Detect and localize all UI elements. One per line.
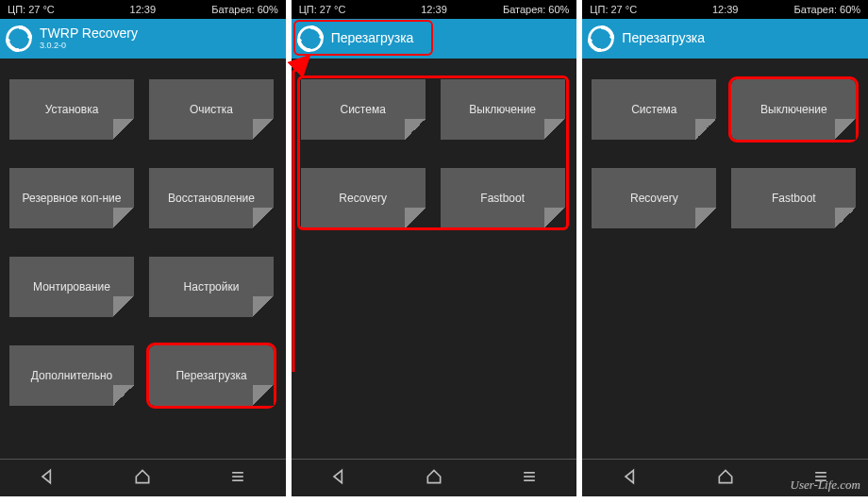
tile-settings[interactable]: Настройки <box>149 257 274 317</box>
status-cpu: ЦП: 27 °C <box>8 4 98 15</box>
tile-power-off[interactable]: Выключение <box>731 79 856 140</box>
tile-wipe[interactable]: Очистка <box>149 79 274 140</box>
tile-recovery[interactable]: Recovery <box>301 168 426 228</box>
status-battery: Батарея: 60% <box>188 4 278 15</box>
twrp-logo-icon <box>588 25 614 52</box>
twrp-logo-icon <box>297 25 324 52</box>
menu-icon[interactable] <box>520 467 539 490</box>
watermark: User-Life.com <box>791 478 860 493</box>
tile-fastboot[interactable]: Fastboot <box>441 168 565 228</box>
menu-icon[interactable] <box>228 467 247 490</box>
back-icon[interactable] <box>621 467 640 490</box>
screen-3: ЦП: 27 °C 12:39 Батарея: 60% Перезагрузк… <box>582 0 868 496</box>
home-icon[interactable] <box>716 467 735 490</box>
tile-install[interactable]: Установка <box>9 79 134 140</box>
home-icon[interactable] <box>425 467 443 490</box>
status-time: 12:39 <box>98 4 189 15</box>
tile-advanced[interactable]: Дополнительно <box>9 345 134 406</box>
header-title: TWRP Recovery <box>40 26 138 41</box>
nav-bar <box>292 459 577 496</box>
header-version: 3.0.2-0 <box>40 42 138 51</box>
screen-1: ЦП: 27 °C 12:39 Батарея: 60% TWRP Recove… <box>0 0 286 496</box>
status-bar: ЦП: 27 °C 12:39 Батарея: 60% <box>582 0 868 19</box>
home-icon[interactable] <box>133 467 152 490</box>
menu-grid: Установка Очистка Резервное коп-ние Восс… <box>0 59 286 406</box>
header: TWRP Recovery 3.0.2-0 <box>0 19 286 59</box>
tile-restore[interactable]: Восстановление <box>149 168 274 228</box>
status-bar: ЦП: 27 °C 12:39 Батарея: 60% <box>0 0 286 19</box>
tile-power-off[interactable]: Выключение <box>441 79 565 140</box>
menu-grid: Система Выключение Recovery Fastboot <box>292 59 577 228</box>
header: Перезагрузка <box>292 19 577 59</box>
tile-recovery[interactable]: Recovery <box>592 168 716 228</box>
tile-backup[interactable]: Резервное коп-ние <box>9 168 134 228</box>
back-icon[interactable] <box>329 467 348 490</box>
tile-reboot[interactable]: Перезагрузка <box>149 345 274 406</box>
header-title: Перезагрузка <box>622 31 705 45</box>
header-title: Перезагрузка <box>331 31 414 45</box>
tile-system[interactable]: Система <box>592 79 716 140</box>
tile-mount[interactable]: Монтирование <box>9 257 134 317</box>
tile-fastboot[interactable]: Fastboot <box>731 168 856 228</box>
tile-system[interactable]: Система <box>301 79 426 140</box>
back-icon[interactable] <box>38 467 57 490</box>
status-bar: ЦП: 27 °C 12:39 Батарея: 60% <box>292 0 577 19</box>
twrp-logo-icon <box>6 25 32 52</box>
screen-2: ЦП: 27 °C 12:39 Батарея: 60% Перезагрузк… <box>292 0 577 496</box>
nav-bar <box>0 459 286 496</box>
menu-grid: Система Выключение Recovery Fastboot <box>582 59 868 228</box>
header: Перезагрузка <box>582 19 868 59</box>
